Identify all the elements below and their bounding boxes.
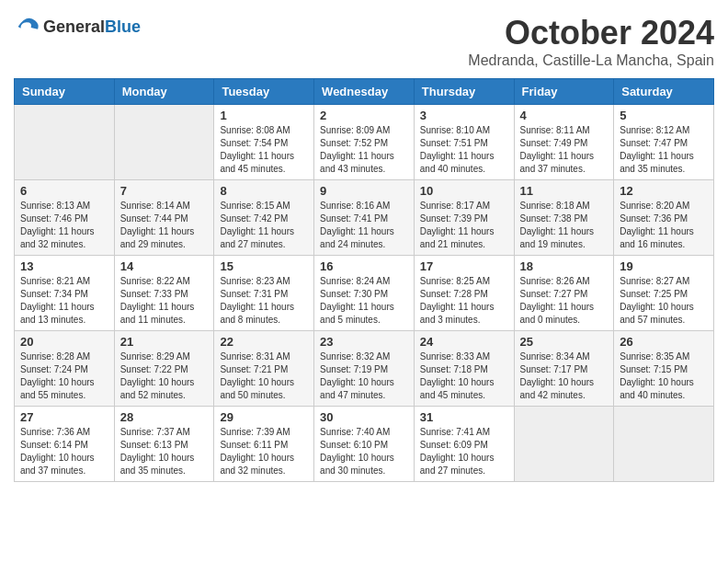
calendar-cell: 27Sunrise: 7:36 AMSunset: 6:14 PMDayligh… bbox=[15, 407, 115, 482]
day-info: Sunrise: 8:27 AMSunset: 7:25 PMDaylight:… bbox=[620, 275, 708, 327]
day-info: Sunrise: 7:41 AMSunset: 6:09 PMDaylight:… bbox=[420, 426, 508, 477]
day-info: Sunrise: 7:40 AMSunset: 6:10 PMDaylight:… bbox=[320, 426, 408, 477]
day-info: Sunrise: 8:18 AMSunset: 7:38 PMDaylight:… bbox=[520, 200, 609, 251]
day-info: Sunrise: 8:32 AMSunset: 7:19 PMDaylight:… bbox=[320, 350, 408, 402]
calendar-cell: 6Sunrise: 8:13 AMSunset: 7:46 PMDaylight… bbox=[15, 180, 115, 256]
calendar-header-row: SundayMondayTuesdayWednesdayThursdayFrid… bbox=[15, 79, 714, 105]
day-info: Sunrise: 7:36 AMSunset: 6:14 PMDaylight:… bbox=[20, 426, 108, 477]
day-info: Sunrise: 8:29 AMSunset: 7:22 PMDaylight:… bbox=[120, 350, 209, 402]
day-info: Sunrise: 8:26 AMSunset: 7:27 PMDaylight:… bbox=[520, 275, 609, 327]
calendar-cell: 1Sunrise: 8:08 AMSunset: 7:54 PMDaylight… bbox=[214, 105, 314, 180]
calendar-cell: 7Sunrise: 8:14 AMSunset: 7:44 PMDaylight… bbox=[114, 180, 214, 256]
calendar-cell: 29Sunrise: 7:39 AMSunset: 6:11 PMDayligh… bbox=[214, 407, 314, 482]
calendar-cell bbox=[614, 407, 714, 482]
weekday-header-sunday: Sunday bbox=[15, 79, 115, 105]
calendar-cell bbox=[15, 105, 115, 180]
calendar-cell: 10Sunrise: 8:17 AMSunset: 7:39 PMDayligh… bbox=[414, 180, 514, 256]
day-number: 20 bbox=[20, 335, 108, 349]
day-info: Sunrise: 8:23 AMSunset: 7:31 PMDaylight:… bbox=[220, 275, 308, 327]
day-info: Sunrise: 8:16 AMSunset: 7:41 PMDaylight:… bbox=[320, 200, 408, 251]
day-number: 13 bbox=[20, 259, 108, 273]
calendar-cell: 2Sunrise: 8:09 AMSunset: 7:52 PMDaylight… bbox=[314, 105, 415, 180]
day-number: 18 bbox=[520, 259, 609, 273]
day-number: 30 bbox=[320, 410, 408, 424]
day-info: Sunrise: 8:13 AMSunset: 7:46 PMDaylight:… bbox=[20, 200, 108, 251]
day-number: 19 bbox=[620, 259, 708, 273]
day-info: Sunrise: 8:12 AMSunset: 7:47 PMDaylight:… bbox=[620, 124, 708, 176]
day-number: 3 bbox=[420, 109, 508, 122]
day-number: 12 bbox=[620, 184, 708, 198]
day-info: Sunrise: 8:21 AMSunset: 7:34 PMDaylight:… bbox=[20, 275, 108, 327]
day-number: 9 bbox=[320, 184, 408, 198]
calendar-cell: 14Sunrise: 8:22 AMSunset: 7:33 PMDayligh… bbox=[114, 256, 214, 331]
calendar-cell: 20Sunrise: 8:28 AMSunset: 7:24 PMDayligh… bbox=[15, 331, 115, 407]
day-number: 26 bbox=[620, 335, 708, 349]
day-number: 29 bbox=[220, 410, 308, 424]
day-info: Sunrise: 8:09 AMSunset: 7:52 PMDaylight:… bbox=[320, 124, 408, 176]
day-info: Sunrise: 8:08 AMSunset: 7:54 PMDaylight:… bbox=[220, 124, 308, 176]
calendar-cell: 25Sunrise: 8:34 AMSunset: 7:17 PMDayligh… bbox=[514, 331, 614, 407]
logo-general: General bbox=[43, 17, 105, 36]
logo-blue: Blue bbox=[105, 17, 141, 36]
calendar-cell: 26Sunrise: 8:35 AMSunset: 7:15 PMDayligh… bbox=[614, 331, 714, 407]
day-info: Sunrise: 8:11 AMSunset: 7:49 PMDaylight:… bbox=[520, 124, 609, 176]
day-number: 15 bbox=[220, 259, 308, 273]
day-info: Sunrise: 8:17 AMSunset: 7:39 PMDaylight:… bbox=[420, 200, 508, 251]
calendar-cell: 11Sunrise: 8:18 AMSunset: 7:38 PMDayligh… bbox=[514, 180, 614, 256]
calendar-cell: 5Sunrise: 8:12 AMSunset: 7:47 PMDaylight… bbox=[614, 105, 714, 180]
day-info: Sunrise: 8:25 AMSunset: 7:28 PMDaylight:… bbox=[420, 275, 508, 327]
day-number: 27 bbox=[20, 410, 108, 424]
calendar-week-row: 1Sunrise: 8:08 AMSunset: 7:54 PMDaylight… bbox=[15, 105, 714, 180]
day-info: Sunrise: 8:33 AMSunset: 7:18 PMDaylight:… bbox=[420, 350, 508, 402]
day-info: Sunrise: 8:34 AMSunset: 7:17 PMDaylight:… bbox=[520, 350, 609, 402]
calendar-cell: 22Sunrise: 8:31 AMSunset: 7:21 PMDayligh… bbox=[214, 331, 314, 407]
calendar-cell: 28Sunrise: 7:37 AMSunset: 6:13 PMDayligh… bbox=[114, 407, 214, 482]
calendar-week-row: 6Sunrise: 8:13 AMSunset: 7:46 PMDaylight… bbox=[15, 180, 714, 256]
day-number: 25 bbox=[520, 335, 609, 349]
weekday-header-saturday: Saturday bbox=[614, 79, 714, 105]
calendar-cell: 17Sunrise: 8:25 AMSunset: 7:28 PMDayligh… bbox=[414, 256, 514, 331]
day-number: 16 bbox=[320, 259, 408, 273]
weekday-header-thursday: Thursday bbox=[414, 79, 514, 105]
day-number: 23 bbox=[320, 335, 408, 349]
title-block: October 2024 Medranda, Castille-La Manch… bbox=[468, 14, 714, 69]
day-number: 28 bbox=[120, 410, 209, 424]
day-info: Sunrise: 8:15 AMSunset: 7:42 PMDaylight:… bbox=[220, 200, 308, 251]
calendar-cell: 9Sunrise: 8:16 AMSunset: 7:41 PMDaylight… bbox=[314, 180, 415, 256]
day-number: 2 bbox=[320, 109, 408, 122]
day-info: Sunrise: 8:10 AMSunset: 7:51 PMDaylight:… bbox=[420, 124, 508, 176]
day-info: Sunrise: 7:39 AMSunset: 6:11 PMDaylight:… bbox=[220, 426, 308, 477]
day-number: 7 bbox=[120, 184, 209, 198]
day-number: 31 bbox=[420, 410, 508, 424]
calendar-cell: 4Sunrise: 8:11 AMSunset: 7:49 PMDaylight… bbox=[514, 105, 614, 180]
day-number: 17 bbox=[420, 259, 508, 273]
calendar-cell: 16Sunrise: 8:24 AMSunset: 7:30 PMDayligh… bbox=[314, 256, 415, 331]
calendar-cell: 15Sunrise: 8:23 AMSunset: 7:31 PMDayligh… bbox=[214, 256, 314, 331]
calendar-cell bbox=[514, 407, 614, 482]
weekday-header-friday: Friday bbox=[514, 79, 614, 105]
calendar-week-row: 27Sunrise: 7:36 AMSunset: 6:14 PMDayligh… bbox=[15, 407, 714, 482]
day-info: Sunrise: 8:28 AMSunset: 7:24 PMDaylight:… bbox=[20, 350, 108, 402]
day-info: Sunrise: 8:14 AMSunset: 7:44 PMDaylight:… bbox=[120, 200, 209, 251]
calendar-week-row: 20Sunrise: 8:28 AMSunset: 7:24 PMDayligh… bbox=[15, 331, 714, 407]
day-number: 24 bbox=[420, 335, 508, 349]
page-header: GeneralBlue October 2024 Medranda, Casti… bbox=[14, 14, 714, 69]
day-number: 4 bbox=[520, 109, 609, 122]
day-number: 8 bbox=[220, 184, 308, 198]
day-info: Sunrise: 7:37 AMSunset: 6:13 PMDaylight:… bbox=[120, 426, 209, 477]
calendar-table: SundayMondayTuesdayWednesdayThursdayFrid… bbox=[14, 78, 714, 482]
day-info: Sunrise: 8:24 AMSunset: 7:30 PMDaylight:… bbox=[320, 275, 408, 327]
calendar-cell: 30Sunrise: 7:40 AMSunset: 6:10 PMDayligh… bbox=[314, 407, 415, 482]
weekday-header-tuesday: Tuesday bbox=[214, 79, 314, 105]
day-number: 22 bbox=[220, 335, 308, 349]
calendar-cell: 18Sunrise: 8:26 AMSunset: 7:27 PMDayligh… bbox=[514, 256, 614, 331]
day-info: Sunrise: 8:22 AMSunset: 7:33 PMDaylight:… bbox=[120, 275, 209, 327]
day-info: Sunrise: 8:31 AMSunset: 7:21 PMDaylight:… bbox=[220, 350, 308, 402]
calendar-cell: 12Sunrise: 8:20 AMSunset: 7:36 PMDayligh… bbox=[614, 180, 714, 256]
calendar-cell: 21Sunrise: 8:29 AMSunset: 7:22 PMDayligh… bbox=[114, 331, 214, 407]
day-number: 14 bbox=[120, 259, 209, 273]
calendar-cell: 24Sunrise: 8:33 AMSunset: 7:18 PMDayligh… bbox=[414, 331, 514, 407]
day-number: 5 bbox=[620, 109, 708, 122]
day-number: 21 bbox=[120, 335, 209, 349]
logo: GeneralBlue bbox=[14, 14, 141, 40]
